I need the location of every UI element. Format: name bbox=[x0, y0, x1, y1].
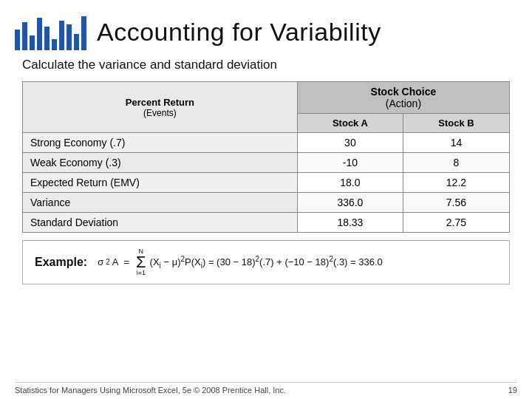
row-label-2: Expected Return (EMV) bbox=[23, 173, 298, 193]
table-row: Standard Deviation 18.33 2.75 bbox=[23, 213, 510, 233]
row-1-col-b: 8 bbox=[403, 153, 509, 173]
example-label: Example: bbox=[35, 256, 87, 269]
table-row: Weak Economy (.3) -10 8 bbox=[23, 153, 510, 173]
formula-display: σ2A = N Σ i=1 (Xi − μ)2P(Xi) = (30 − 18)… bbox=[98, 248, 383, 276]
decorative-bar bbox=[30, 35, 35, 50]
page-title: Accounting for Variability bbox=[97, 18, 381, 47]
row-header-label: Percent Return bbox=[29, 97, 291, 108]
decorative-bar bbox=[37, 18, 42, 50]
formula-area: σ2A = N Σ i=1 (Xi − μ)2P(Xi) = (30 − 18)… bbox=[98, 248, 383, 276]
page: Accounting for Variability Calculate the… bbox=[0, 0, 532, 399]
footer-left: Statistics for Managers Using Microsoft … bbox=[15, 386, 286, 395]
row-0-col-a: 30 bbox=[297, 133, 403, 153]
row-2-col-b: 12.2 bbox=[403, 173, 509, 193]
stock-choice-header: Stock Choice (Action) bbox=[297, 82, 509, 114]
formula-sigma: σ bbox=[98, 255, 103, 270]
table-row: Strong Economy (.7) 30 14 bbox=[23, 133, 510, 153]
table-container: Percent Return (Events) Stock Choice (Ac… bbox=[0, 81, 532, 233]
table-row: Expected Return (EMV) 18.0 12.2 bbox=[23, 173, 510, 193]
row-label-3: Variance bbox=[23, 193, 298, 213]
table-header-row1: Percent Return (Events) Stock Choice (Ac… bbox=[23, 82, 510, 114]
col-b-header: Stock B bbox=[403, 114, 509, 133]
row-3-col-a: 336.0 bbox=[297, 193, 403, 213]
decorative-bar bbox=[66, 24, 72, 50]
row-3-col-b: 7.56 bbox=[403, 193, 509, 213]
footer-right: 19 bbox=[508, 386, 517, 395]
row-1-col-a: -10 bbox=[297, 153, 403, 173]
decorative-bar bbox=[15, 30, 20, 50]
header-area: Accounting for Variability bbox=[0, 0, 532, 58]
footer: Statistics for Managers Using Microsoft … bbox=[15, 382, 517, 395]
table-row: Variance 336.0 7.56 bbox=[23, 193, 510, 213]
decorative-bars bbox=[15, 13, 86, 50]
decorative-bar bbox=[52, 39, 57, 50]
row-label-4: Standard Deviation bbox=[23, 213, 298, 233]
col-a-header: Stock A bbox=[297, 114, 403, 133]
decorative-bar bbox=[22, 22, 27, 50]
row-header-sub: (Events) bbox=[29, 108, 291, 118]
example-box: Example: σ2A = N Σ i=1 (Xi − μ)2P(Xi) = … bbox=[22, 240, 510, 284]
decorative-bar bbox=[74, 34, 79, 50]
action-label: (Action) bbox=[304, 98, 503, 109]
row-4-col-a: 18.33 bbox=[297, 213, 403, 233]
row-label-1: Weak Economy (.3) bbox=[23, 153, 298, 173]
row-label-0: Strong Economy (.7) bbox=[23, 133, 298, 153]
subtitle: Calculate the variance and standard devi… bbox=[0, 58, 532, 81]
stock-choice-label: Stock Choice bbox=[304, 86, 503, 98]
decorative-bar bbox=[81, 16, 86, 50]
row-4-col-b: 2.75 bbox=[403, 213, 509, 233]
decorative-bar bbox=[44, 27, 50, 50]
table-empty-cell: Percent Return (Events) bbox=[23, 82, 298, 133]
data-table: Percent Return (Events) Stock Choice (Ac… bbox=[22, 81, 510, 233]
row-0-col-b: 14 bbox=[403, 133, 509, 153]
decorative-bar bbox=[59, 21, 64, 50]
formula-body: (Xi − μ)2P(Xi) = (30 − 18)2(.7) + (−10 −… bbox=[150, 253, 383, 271]
row-2-col-a: 18.0 bbox=[297, 173, 403, 193]
